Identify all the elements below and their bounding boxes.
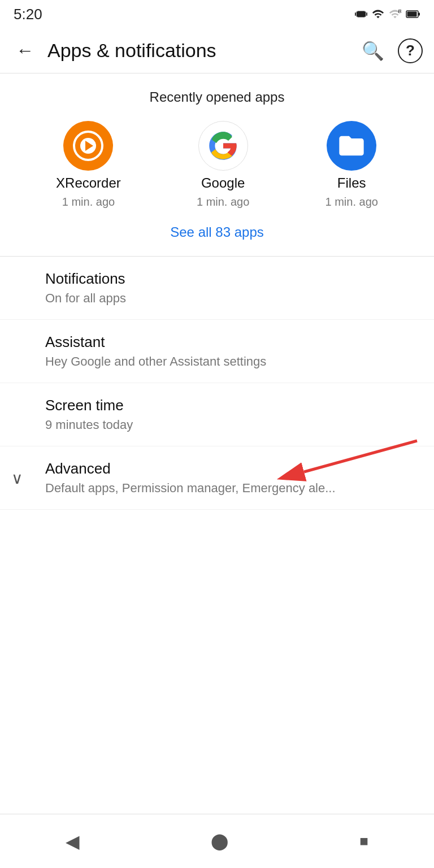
settings-item-assistant[interactable]: Assistant Hey Google and other Assistant… <box>0 320 434 383</box>
signal-icon: R <box>389 8 401 20</box>
nav-back-button[interactable]: ◀ <box>52 824 93 859</box>
svg-rect-2 <box>407 12 417 17</box>
nav-home-button[interactable]: ⬤ <box>197 825 242 857</box>
screentime-title: Screen time <box>45 397 416 414</box>
files-time: 1 min. ago <box>326 196 378 209</box>
recent-app-xrecorder[interactable]: XRecorder 1 min. ago <box>56 121 121 209</box>
files-folder-svg <box>337 131 366 160</box>
search-button[interactable]: 🔍 <box>357 36 389 66</box>
battery-icon <box>406 8 420 20</box>
nav-back-icon: ◀ <box>66 831 80 852</box>
settings-item-screentime[interactable]: Screen time 9 minutes today <box>0 383 434 446</box>
recent-app-files[interactable]: Files 1 min. ago <box>326 121 378 209</box>
content-spacer <box>0 662 434 814</box>
help-button[interactable]: ? <box>398 38 423 63</box>
wifi-icon <box>372 8 384 20</box>
settings-list: Notifications On for all apps Assistant … <box>0 257 434 662</box>
notifications-title: Notifications <box>45 270 416 288</box>
recent-apps-row: XRecorder 1 min. ago Google 1 min. ago <box>18 121 416 209</box>
nav-bar: ◀ ⬤ ■ <box>0 814 434 868</box>
nav-recent-button[interactable]: ■ <box>346 826 382 857</box>
files-name: Files <box>337 175 366 191</box>
status-time: 5:20 <box>14 6 42 23</box>
vibrate-icon <box>355 8 367 20</box>
see-all-apps-link[interactable]: See all 83 apps <box>18 222 416 242</box>
chevron-down-icon: ∨ <box>11 468 23 487</box>
recently-opened-title: Recently opened apps <box>18 89 416 105</box>
notifications-subtitle: On for all apps <box>45 291 416 306</box>
back-button[interactable]: ← <box>11 36 38 66</box>
advanced-title: Advanced <box>45 460 416 478</box>
xrecorder-icon <box>63 121 113 171</box>
help-icon: ? <box>406 42 415 59</box>
settings-item-notifications[interactable]: Notifications On for all apps <box>0 257 434 320</box>
advanced-subtitle: Default apps, Permission manager, Emerge… <box>45 481 416 496</box>
google-icon <box>198 121 248 171</box>
page-title: Apps & notifications <box>47 40 348 62</box>
google-g-svg <box>208 131 238 161</box>
nav-home-icon: ⬤ <box>211 832 228 850</box>
xrecorder-play <box>80 138 96 154</box>
screentime-subtitle: 9 minutes today <box>45 418 416 432</box>
xrecorder-inner-ring <box>73 131 103 161</box>
assistant-subtitle: Hey Google and other Assistant settings <box>45 354 416 369</box>
google-time: 1 min. ago <box>197 196 249 209</box>
status-bar: 5:20 R <box>0 0 434 28</box>
google-name: Google <box>201 175 245 191</box>
status-icons: R <box>355 8 420 20</box>
recently-opened-section: Recently opened apps XRecorder 1 min. ag… <box>0 73 434 257</box>
svg-text:R: R <box>398 8 402 14</box>
settings-item-advanced[interactable]: ∨ Advanced Default apps, Permission mana… <box>0 446 434 510</box>
xrecorder-time: 1 min. ago <box>62 196 115 209</box>
assistant-title: Assistant <box>45 333 416 351</box>
xrecorder-name: XRecorder <box>56 175 121 191</box>
nav-recent-icon: ■ <box>359 832 368 850</box>
files-icon <box>327 121 376 171</box>
recent-app-google[interactable]: Google 1 min. ago <box>197 121 249 209</box>
app-bar: ← Apps & notifications 🔍 ? <box>0 28 434 73</box>
